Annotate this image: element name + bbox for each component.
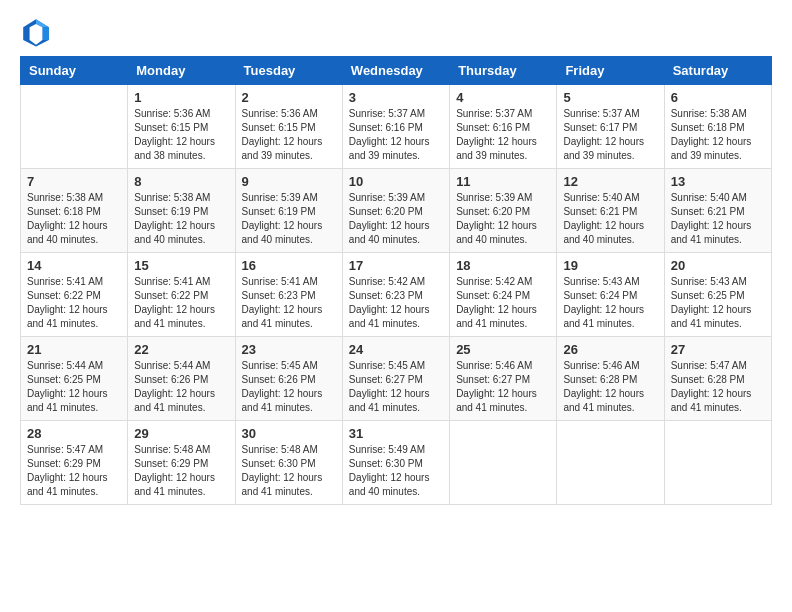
day-info: Sunrise: 5:43 AM Sunset: 6:25 PM Dayligh… bbox=[671, 275, 765, 331]
day-cell: 3Sunrise: 5:37 AM Sunset: 6:16 PM Daylig… bbox=[342, 85, 449, 169]
day-info: Sunrise: 5:41 AM Sunset: 6:22 PM Dayligh… bbox=[134, 275, 228, 331]
header-friday: Friday bbox=[557, 57, 664, 85]
day-info: Sunrise: 5:41 AM Sunset: 6:22 PM Dayligh… bbox=[27, 275, 121, 331]
day-cell: 1Sunrise: 5:36 AM Sunset: 6:15 PM Daylig… bbox=[128, 85, 235, 169]
day-cell: 16Sunrise: 5:41 AM Sunset: 6:23 PM Dayli… bbox=[235, 253, 342, 337]
day-cell: 23Sunrise: 5:45 AM Sunset: 6:26 PM Dayli… bbox=[235, 337, 342, 421]
day-cell: 18Sunrise: 5:42 AM Sunset: 6:24 PM Dayli… bbox=[450, 253, 557, 337]
day-info: Sunrise: 5:40 AM Sunset: 6:21 PM Dayligh… bbox=[563, 191, 657, 247]
day-info: Sunrise: 5:47 AM Sunset: 6:28 PM Dayligh… bbox=[671, 359, 765, 415]
day-info: Sunrise: 5:39 AM Sunset: 6:19 PM Dayligh… bbox=[242, 191, 336, 247]
day-cell: 19Sunrise: 5:43 AM Sunset: 6:24 PM Dayli… bbox=[557, 253, 664, 337]
page: SundayMondayTuesdayWednesdayThursdayFrid… bbox=[0, 0, 792, 612]
day-info: Sunrise: 5:45 AM Sunset: 6:26 PM Dayligh… bbox=[242, 359, 336, 415]
day-cell bbox=[557, 421, 664, 505]
day-number: 8 bbox=[134, 174, 228, 189]
header-monday: Monday bbox=[128, 57, 235, 85]
header-tuesday: Tuesday bbox=[235, 57, 342, 85]
day-info: Sunrise: 5:38 AM Sunset: 6:19 PM Dayligh… bbox=[134, 191, 228, 247]
day-cell: 29Sunrise: 5:48 AM Sunset: 6:29 PM Dayli… bbox=[128, 421, 235, 505]
header-row: SundayMondayTuesdayWednesdayThursdayFrid… bbox=[21, 57, 772, 85]
day-number: 22 bbox=[134, 342, 228, 357]
day-number: 3 bbox=[349, 90, 443, 105]
day-number: 23 bbox=[242, 342, 336, 357]
day-info: Sunrise: 5:44 AM Sunset: 6:26 PM Dayligh… bbox=[134, 359, 228, 415]
header-saturday: Saturday bbox=[664, 57, 771, 85]
day-number: 24 bbox=[349, 342, 443, 357]
day-number: 15 bbox=[134, 258, 228, 273]
day-info: Sunrise: 5:44 AM Sunset: 6:25 PM Dayligh… bbox=[27, 359, 121, 415]
week-row-3: 21Sunrise: 5:44 AM Sunset: 6:25 PM Dayli… bbox=[21, 337, 772, 421]
day-cell: 13Sunrise: 5:40 AM Sunset: 6:21 PM Dayli… bbox=[664, 169, 771, 253]
day-cell: 26Sunrise: 5:46 AM Sunset: 6:28 PM Dayli… bbox=[557, 337, 664, 421]
svg-marker-2 bbox=[42, 27, 48, 40]
day-cell: 27Sunrise: 5:47 AM Sunset: 6:28 PM Dayli… bbox=[664, 337, 771, 421]
day-number: 10 bbox=[349, 174, 443, 189]
day-cell: 6Sunrise: 5:38 AM Sunset: 6:18 PM Daylig… bbox=[664, 85, 771, 169]
week-row-1: 7Sunrise: 5:38 AM Sunset: 6:18 PM Daylig… bbox=[21, 169, 772, 253]
day-cell: 5Sunrise: 5:37 AM Sunset: 6:17 PM Daylig… bbox=[557, 85, 664, 169]
day-info: Sunrise: 5:39 AM Sunset: 6:20 PM Dayligh… bbox=[456, 191, 550, 247]
day-cell: 8Sunrise: 5:38 AM Sunset: 6:19 PM Daylig… bbox=[128, 169, 235, 253]
day-cell bbox=[664, 421, 771, 505]
day-info: Sunrise: 5:37 AM Sunset: 6:17 PM Dayligh… bbox=[563, 107, 657, 163]
day-cell bbox=[450, 421, 557, 505]
day-info: Sunrise: 5:46 AM Sunset: 6:28 PM Dayligh… bbox=[563, 359, 657, 415]
day-number: 30 bbox=[242, 426, 336, 441]
day-cell: 12Sunrise: 5:40 AM Sunset: 6:21 PM Dayli… bbox=[557, 169, 664, 253]
day-info: Sunrise: 5:37 AM Sunset: 6:16 PM Dayligh… bbox=[349, 107, 443, 163]
day-number: 11 bbox=[456, 174, 550, 189]
day-cell: 28Sunrise: 5:47 AM Sunset: 6:29 PM Dayli… bbox=[21, 421, 128, 505]
day-number: 7 bbox=[27, 174, 121, 189]
day-cell: 10Sunrise: 5:39 AM Sunset: 6:20 PM Dayli… bbox=[342, 169, 449, 253]
day-cell: 22Sunrise: 5:44 AM Sunset: 6:26 PM Dayli… bbox=[128, 337, 235, 421]
day-number: 2 bbox=[242, 90, 336, 105]
day-number: 27 bbox=[671, 342, 765, 357]
day-number: 5 bbox=[563, 90, 657, 105]
day-number: 19 bbox=[563, 258, 657, 273]
day-number: 21 bbox=[27, 342, 121, 357]
day-cell: 2Sunrise: 5:36 AM Sunset: 6:15 PM Daylig… bbox=[235, 85, 342, 169]
day-number: 17 bbox=[349, 258, 443, 273]
day-cell: 4Sunrise: 5:37 AM Sunset: 6:16 PM Daylig… bbox=[450, 85, 557, 169]
day-number: 25 bbox=[456, 342, 550, 357]
day-info: Sunrise: 5:36 AM Sunset: 6:15 PM Dayligh… bbox=[242, 107, 336, 163]
day-info: Sunrise: 5:41 AM Sunset: 6:23 PM Dayligh… bbox=[242, 275, 336, 331]
day-info: Sunrise: 5:43 AM Sunset: 6:24 PM Dayligh… bbox=[563, 275, 657, 331]
day-cell: 20Sunrise: 5:43 AM Sunset: 6:25 PM Dayli… bbox=[664, 253, 771, 337]
logo bbox=[20, 16, 56, 48]
day-cell bbox=[21, 85, 128, 169]
header-sunday: Sunday bbox=[21, 57, 128, 85]
day-info: Sunrise: 5:42 AM Sunset: 6:23 PM Dayligh… bbox=[349, 275, 443, 331]
day-cell: 30Sunrise: 5:48 AM Sunset: 6:30 PM Dayli… bbox=[235, 421, 342, 505]
day-cell: 21Sunrise: 5:44 AM Sunset: 6:25 PM Dayli… bbox=[21, 337, 128, 421]
week-row-2: 14Sunrise: 5:41 AM Sunset: 6:22 PM Dayli… bbox=[21, 253, 772, 337]
day-number: 4 bbox=[456, 90, 550, 105]
day-number: 18 bbox=[456, 258, 550, 273]
day-info: Sunrise: 5:46 AM Sunset: 6:27 PM Dayligh… bbox=[456, 359, 550, 415]
day-number: 12 bbox=[563, 174, 657, 189]
day-cell: 15Sunrise: 5:41 AM Sunset: 6:22 PM Dayli… bbox=[128, 253, 235, 337]
day-cell: 9Sunrise: 5:39 AM Sunset: 6:19 PM Daylig… bbox=[235, 169, 342, 253]
day-number: 31 bbox=[349, 426, 443, 441]
day-info: Sunrise: 5:48 AM Sunset: 6:30 PM Dayligh… bbox=[242, 443, 336, 499]
calendar-table: SundayMondayTuesdayWednesdayThursdayFrid… bbox=[20, 56, 772, 505]
header bbox=[20, 16, 772, 48]
day-cell: 11Sunrise: 5:39 AM Sunset: 6:20 PM Dayli… bbox=[450, 169, 557, 253]
day-number: 1 bbox=[134, 90, 228, 105]
day-number: 6 bbox=[671, 90, 765, 105]
logo-icon bbox=[20, 16, 52, 48]
header-thursday: Thursday bbox=[450, 57, 557, 85]
day-info: Sunrise: 5:37 AM Sunset: 6:16 PM Dayligh… bbox=[456, 107, 550, 163]
day-info: Sunrise: 5:38 AM Sunset: 6:18 PM Dayligh… bbox=[671, 107, 765, 163]
day-info: Sunrise: 5:40 AM Sunset: 6:21 PM Dayligh… bbox=[671, 191, 765, 247]
day-number: 16 bbox=[242, 258, 336, 273]
day-number: 26 bbox=[563, 342, 657, 357]
day-info: Sunrise: 5:38 AM Sunset: 6:18 PM Dayligh… bbox=[27, 191, 121, 247]
day-info: Sunrise: 5:42 AM Sunset: 6:24 PM Dayligh… bbox=[456, 275, 550, 331]
day-number: 13 bbox=[671, 174, 765, 189]
day-info: Sunrise: 5:48 AM Sunset: 6:29 PM Dayligh… bbox=[134, 443, 228, 499]
day-cell: 25Sunrise: 5:46 AM Sunset: 6:27 PM Dayli… bbox=[450, 337, 557, 421]
day-cell: 7Sunrise: 5:38 AM Sunset: 6:18 PM Daylig… bbox=[21, 169, 128, 253]
day-number: 28 bbox=[27, 426, 121, 441]
